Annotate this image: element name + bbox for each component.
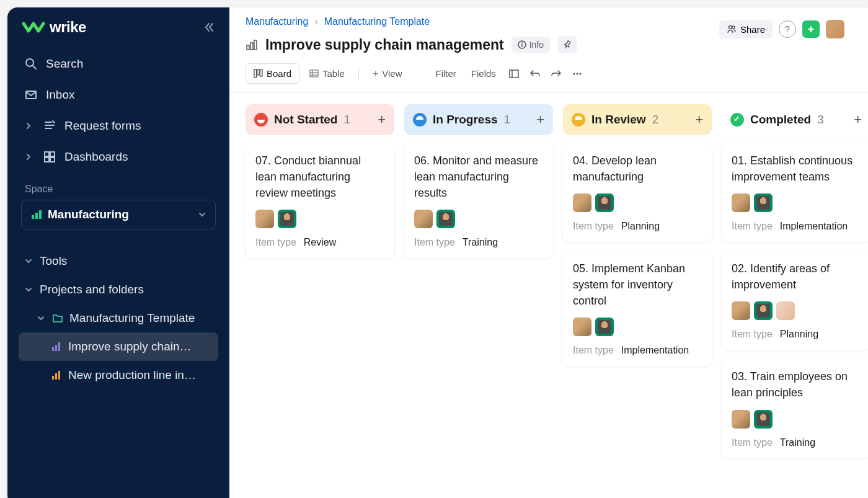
nav-request-forms[interactable]: Request forms [7, 110, 229, 141]
nav-request-forms-label: Request forms [64, 119, 141, 133]
card[interactable]: 04. Develop lean manufacturingItem typeP… [563, 143, 712, 242]
card-avatars [255, 210, 384, 228]
add-button[interactable]: + [802, 20, 820, 38]
tree-tools[interactable]: Tools [7, 247, 229, 275]
space-selector[interactable]: Manufacturing [21, 200, 216, 229]
svg-rect-27 [510, 70, 518, 78]
avatar[interactable] [754, 301, 773, 320]
svg-rect-26 [310, 70, 318, 77]
column-header-in_progress[interactable]: In Progress1+ [404, 104, 553, 135]
column-count: 1 [343, 113, 350, 127]
meta-label: Item type [732, 221, 773, 232]
avatar[interactable] [414, 210, 433, 228]
pin-button[interactable] [557, 36, 577, 53]
collapse-sidebar-button[interactable] [203, 22, 215, 33]
status-dot-icon [572, 113, 585, 127]
column-count: 3 [817, 113, 824, 127]
avatar[interactable] [732, 301, 750, 320]
filter-button[interactable]: Filter [429, 64, 462, 82]
card[interactable]: 03. Train employees on lean principlesIt… [722, 358, 868, 458]
user-avatar[interactable] [826, 20, 844, 38]
view-tab-add[interactable]: + View [365, 64, 410, 84]
top-actions: Share ? + [719, 20, 844, 38]
project-icon [246, 38, 258, 51]
column-add-button[interactable]: + [536, 112, 544, 128]
meta-value: Implementation [621, 345, 689, 356]
column-not_started: Not Started1+07. Conduct biannual lean m… [246, 104, 394, 494]
avatar[interactable] [754, 193, 773, 212]
share-button[interactable]: Share [719, 20, 773, 38]
project-icon [51, 341, 62, 352]
tree-projects-label: Projects and folders [40, 283, 144, 296]
nav-dashboards[interactable]: Dashboards [7, 141, 229, 172]
card-meta: Item typeTraining [732, 437, 861, 448]
breadcrumb-child[interactable]: Manufacturing Template [324, 16, 430, 27]
main: Manufacturing › Manufacturing Template S… [229, 7, 868, 498]
column-header-completed[interactable]: Completed3+ [722, 104, 868, 135]
column-add-button[interactable]: + [854, 112, 862, 128]
nav-search[interactable]: Search [7, 48, 229, 79]
avatar[interactable] [255, 210, 274, 228]
column-add-button[interactable]: + [695, 112, 703, 128]
tree-project-active-label: Improve supply chain… [68, 340, 192, 353]
tree-project-active[interactable]: Improve supply chain… [19, 332, 218, 361]
svg-point-16 [732, 26, 735, 29]
svg-rect-2 [45, 152, 49, 156]
card[interactable]: 01. Establish continuous improvement tea… [722, 143, 868, 242]
view-tab-table[interactable]: Table [302, 64, 352, 83]
tree-projects-folders[interactable]: Projects and folders [7, 275, 229, 304]
view-tab-board[interactable]: Board [246, 63, 299, 84]
svg-rect-11 [58, 342, 60, 351]
avatar[interactable] [278, 210, 296, 228]
svg-rect-22 [521, 44, 522, 47]
svg-rect-5 [50, 158, 55, 162]
logo-mark-icon [22, 20, 45, 35]
avatar[interactable] [573, 193, 591, 212]
nav-inbox[interactable]: Inbox [7, 79, 229, 110]
card-title: 02. Identify areas of improvement [732, 260, 861, 293]
meta-label: Item type [732, 437, 773, 448]
breadcrumb-root[interactable]: Manufacturing [246, 16, 308, 27]
column-title: Not Started [274, 113, 337, 127]
fields-button[interactable]: Fields [465, 64, 502, 82]
card-avatars [732, 410, 861, 429]
view-bar: Board Table + View Filter Fields [229, 58, 868, 93]
card[interactable]: 05. Implement Kanban system for inventor… [563, 251, 712, 366]
tree-template-label: Manufacturing Template [69, 311, 195, 325]
column-header-not_started[interactable]: Not Started1+ [246, 104, 394, 135]
avatar[interactable] [754, 410, 773, 429]
svg-point-29 [576, 73, 578, 74]
avatar[interactable] [595, 193, 614, 212]
tree-manufacturing-template[interactable]: Manufacturing Template [7, 304, 229, 332]
redo-icon [551, 68, 562, 79]
meta-label: Item type [414, 237, 455, 248]
undo-button[interactable] [526, 64, 544, 83]
meta-label: Item type [573, 221, 614, 232]
avatar[interactable] [595, 318, 614, 336]
card[interactable]: 07. Conduct biannual lean manufacturing … [246, 143, 394, 258]
info-button[interactable]: Info [512, 37, 550, 53]
card-avatars [573, 193, 702, 212]
avatar[interactable] [732, 410, 750, 429]
svg-rect-14 [58, 371, 60, 380]
avatar[interactable] [573, 318, 591, 336]
redo-button[interactable] [547, 64, 565, 83]
card-title: 07. Conduct biannual lean manufacturing … [255, 153, 384, 201]
tree-project-other[interactable]: New production line in… [7, 361, 229, 389]
avatar[interactable] [776, 301, 795, 320]
expand-button[interactable] [505, 64, 523, 83]
card[interactable]: 06. Monitor and measure lean manufacturi… [404, 143, 553, 258]
avatar[interactable] [732, 193, 750, 212]
svg-rect-9 [52, 347, 54, 351]
logo[interactable]: wrike [22, 19, 86, 36]
avatar[interactable] [436, 210, 455, 228]
card[interactable]: 02. Identify areas of improvementItem ty… [722, 251, 868, 350]
column-header-in_review[interactable]: In Review2+ [563, 104, 712, 135]
chevron-down-icon [37, 314, 46, 322]
sidebar-tree: Tools Projects and folders Manufacturing… [7, 247, 229, 389]
space-name: Manufacturing [48, 208, 192, 221]
column-add-button[interactable]: + [378, 112, 386, 128]
more-button[interactable] [568, 64, 587, 83]
svg-point-21 [521, 42, 523, 43]
help-button[interactable]: ? [779, 20, 796, 38]
